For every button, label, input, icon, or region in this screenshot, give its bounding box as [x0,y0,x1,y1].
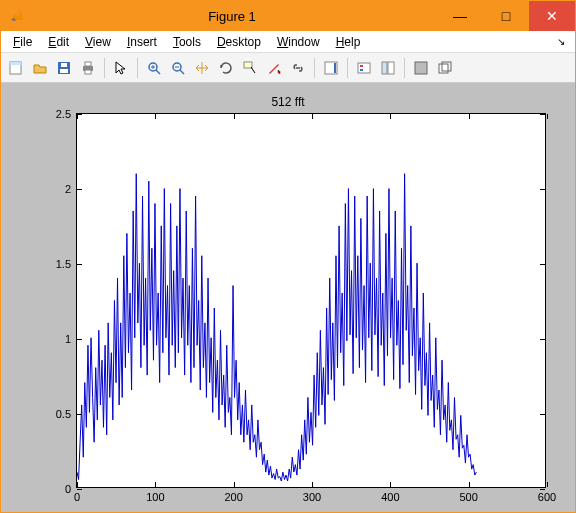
figure-window: Figure 1 — □ ✕ File Edit View Insert Too… [0,0,576,513]
minimize-button[interactable]: — [437,1,483,31]
window-title: Figure 1 [27,9,437,24]
y-tick-label: 0.5 [56,408,77,420]
menu-overflow-icon[interactable]: ↘ [557,36,569,47]
svg-line-15 [180,70,184,74]
menu-file[interactable]: File [7,33,38,51]
menu-help[interactable]: Help [330,33,367,51]
print-icon[interactable] [77,57,99,79]
close-button[interactable]: ✕ [529,1,575,31]
svg-rect-17 [244,62,252,68]
axes[interactable]: 00.511.522.50100200300400500600 [76,113,546,488]
menu-view[interactable]: View [79,33,117,51]
plot-area[interactable]: 512 fft 00.511.522.50100200300400500600 [18,95,558,500]
x-tick-label: 0 [74,487,80,503]
svg-rect-28 [415,62,427,74]
colorbar-icon[interactable] [320,57,342,79]
zoom-out-icon[interactable] [167,57,189,79]
pointer-icon[interactable] [110,57,132,79]
matlab-icon [7,6,27,26]
y-tick-label: 1 [65,333,77,345]
menu-window[interactable]: Window [271,33,326,51]
y-tick-label: 1.5 [56,258,77,270]
menubar: File Edit View Insert Tools Desktop Wind… [1,31,575,53]
new-figure-icon[interactable] [5,57,27,79]
menu-insert[interactable]: Insert [121,33,163,51]
svg-rect-3 [10,62,21,65]
svg-rect-8 [85,62,91,66]
svg-line-18 [251,67,255,73]
svg-rect-26 [382,62,387,74]
x-tick-label: 500 [459,487,477,503]
line-plot [77,114,545,487]
x-tick-label: 400 [381,487,399,503]
x-tick-label: 200 [224,487,242,503]
svg-rect-5 [60,69,68,73]
svg-rect-23 [358,63,370,73]
plot-tools-icon[interactable] [377,57,399,79]
data-cursor-icon[interactable] [239,57,261,79]
rotate-icon[interactable] [215,57,237,79]
menu-edit[interactable]: Edit [42,33,75,51]
maximize-button[interactable]: □ [483,1,529,31]
svg-rect-22 [334,63,336,73]
svg-rect-29 [439,64,448,73]
svg-rect-27 [388,62,394,74]
open-icon[interactable] [29,57,51,79]
save-icon[interactable] [53,57,75,79]
y-tick-label: 2 [65,183,77,195]
legend-icon[interactable] [353,57,375,79]
x-tick-label: 600 [538,487,556,503]
svg-rect-9 [85,70,91,74]
link-icon[interactable] [287,57,309,79]
pan-icon[interactable] [191,57,213,79]
titlebar[interactable]: Figure 1 — □ ✕ [1,1,575,31]
brush-icon[interactable] [263,57,285,79]
window-buttons: — □ ✕ [437,1,575,31]
menu-desktop[interactable]: Desktop [211,33,267,51]
toolbar [1,53,575,83]
x-tick-label: 100 [146,487,164,503]
chart-title: 512 fft [18,95,558,109]
figure-body: 512 fft 00.511.522.50100200300400500600 [1,83,575,512]
dock-icon[interactable] [410,57,432,79]
x-tick-label: 300 [303,487,321,503]
menu-tools[interactable]: Tools [167,33,207,51]
y-tick-label: 2.5 [56,108,77,120]
svg-line-11 [156,70,160,74]
zoom-in-icon[interactable] [143,57,165,79]
undock-icon[interactable] [434,57,456,79]
svg-rect-6 [61,63,67,67]
svg-marker-0 [11,10,23,20]
